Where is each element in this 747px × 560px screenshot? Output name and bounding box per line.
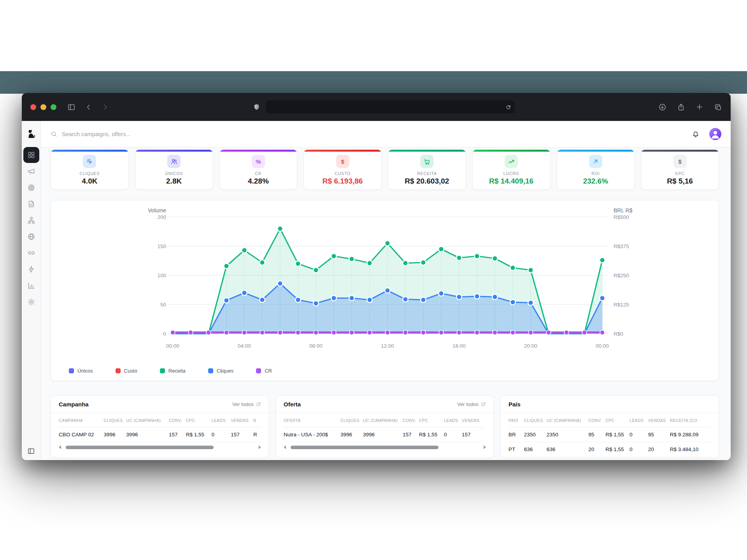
- campanha-ver-todos-link[interactable]: Ver todos: [232, 401, 261, 407]
- column-header: CLIQUES: [524, 413, 547, 427]
- person-icon: [709, 128, 721, 140]
- back-icon[interactable]: [85, 103, 92, 111]
- oferta-card-header: OfertaVer todos: [276, 396, 494, 413]
- legend-item-cliques[interactable]: Cliques: [208, 368, 233, 374]
- notifications-bell-icon[interactable]: [691, 130, 700, 138]
- campanha-card-header: CampanhaVer todos: [51, 396, 269, 413]
- bar-chart-icon: [27, 282, 35, 290]
- kpi-card-cr[interactable]: %CR4.28%: [219, 149, 298, 190]
- kpi-card-epc[interactable]: $EPCR$ 5,16: [641, 149, 719, 190]
- traffic-chart-card: 200R$500150R$375100R$25050R$1250R$0Volum…: [51, 200, 719, 381]
- campanha-horizontal-scrollbar[interactable]: [59, 445, 261, 450]
- column-header: PAÍS: [509, 413, 524, 427]
- sidebar-collapse-icon[interactable]: [27, 447, 35, 455]
- column-header: LEADS: [630, 413, 648, 427]
- table-cell: CBO CAMP 02: [59, 427, 103, 442]
- forward-icon[interactable]: [102, 103, 109, 111]
- oferta-table: OFERTACLIQUESUC (CAMPANHA)CONV.CPCLEADSV…: [284, 413, 484, 442]
- scrollbar-thumb[interactable]: [291, 446, 438, 449]
- scroll-right-arrow[interactable]: [259, 445, 261, 449]
- legend-item-custo[interactable]: Custo: [116, 368, 137, 374]
- table-cell: 95: [588, 427, 605, 442]
- shield-icon[interactable]: [253, 103, 260, 111]
- svg-text:04:00: 04:00: [238, 343, 251, 349]
- sidebar-item-reports[interactable]: [23, 278, 39, 294]
- share-icon[interactable]: [677, 103, 685, 111]
- legend-item-únicos[interactable]: Únicos: [69, 368, 93, 374]
- sidebar-item-links[interactable]: [23, 245, 39, 261]
- external-link-icon: [256, 402, 261, 407]
- svg-text:Volume: Volume: [148, 207, 166, 214]
- legend-chip: [256, 368, 261, 373]
- table-row: Nutra - USA - 200$39963996157R$ 1,550157: [284, 427, 484, 442]
- percent-glyph: %: [252, 155, 265, 168]
- column-header: OFERTA: [284, 413, 340, 427]
- column-header: LEADS: [211, 413, 231, 427]
- kpi-card-roi[interactable]: ROI232.6%: [557, 149, 635, 190]
- table-cell: 157: [169, 427, 186, 442]
- kpi-card-cliques[interactable]: CLIQUES4.0K: [51, 149, 129, 190]
- gear-icon: [27, 298, 35, 306]
- scroll-left-arrow[interactable]: [284, 445, 286, 449]
- svg-text:150: 150: [157, 243, 166, 249]
- download-icon[interactable]: [658, 103, 666, 111]
- kpi-value: 2.8K: [166, 177, 182, 186]
- table-cell: 2350: [524, 427, 547, 442]
- sidebar-item-dashboard[interactable]: [23, 147, 39, 163]
- column-header: CAMPANHA: [59, 413, 103, 427]
- scrollbar-thumb[interactable]: [66, 446, 214, 449]
- table-cell: R$ 1,55: [605, 442, 630, 457]
- table-cell: 157: [403, 427, 419, 442]
- user-avatar[interactable]: [709, 128, 721, 140]
- kpi-value: R$ 14.409,16: [489, 177, 533, 186]
- desktop-background-strip: [0, 71, 747, 94]
- close-window-button[interactable]: [30, 104, 36, 110]
- scrollbar-track[interactable]: [289, 446, 481, 449]
- column-header: VENDAS: [462, 413, 484, 427]
- scroll-left-arrow[interactable]: [59, 445, 61, 449]
- sidebar-item-campaigns[interactable]: [23, 163, 39, 179]
- cursor-click-icon: [83, 155, 96, 168]
- reload-icon[interactable]: [505, 104, 511, 110]
- tab-overview-icon[interactable]: [714, 103, 722, 111]
- kpi-card-receita[interactable]: RECEITAR$ 20.603,02: [388, 149, 466, 190]
- kpi-label: EPC: [675, 171, 685, 176]
- kpi-value: 4.0K: [82, 177, 97, 186]
- scrollbar-track[interactable]: [64, 446, 256, 449]
- url-bar[interactable]: [266, 100, 515, 114]
- sidebar-toggle-icon[interactable]: [67, 103, 75, 111]
- column-header: CPC: [605, 413, 630, 427]
- sidebar-item-settings[interactable]: [23, 294, 39, 310]
- oferta-horizontal-scrollbar[interactable]: [284, 445, 486, 450]
- kpi-value: 232.6%: [583, 177, 608, 186]
- kpi-card-custo[interactable]: $CUSTOR$ 6.193,86: [303, 149, 382, 190]
- sidebar: [22, 121, 41, 460]
- traffic-chart: 200R$500150R$375100R$25050R$1250R$0Volum…: [59, 207, 712, 363]
- kpi-accent-bar: [473, 150, 550, 152]
- zoom-window-button[interactable]: [51, 104, 56, 110]
- sidebar-item-offers[interactable]: [23, 180, 39, 196]
- table-cell: 157: [231, 427, 253, 442]
- legend-label: Receita: [168, 368, 186, 374]
- new-tab-icon[interactable]: [696, 103, 703, 111]
- kpi-card-únicos[interactable]: ÚNICOS2.8K: [135, 149, 213, 190]
- sidebar-item-automation[interactable]: [23, 261, 39, 277]
- app-logo[interactable]: [22, 121, 40, 147]
- sidebar-item-landing-pages[interactable]: [23, 196, 39, 212]
- svg-text:200: 200: [157, 214, 166, 220]
- scroll-right-arrow[interactable]: [484, 445, 486, 449]
- sidebar-item-flows[interactable]: [23, 212, 39, 228]
- search-input[interactable]: [62, 131, 225, 137]
- legend-item-receita[interactable]: Receita: [160, 368, 186, 374]
- pais-table: PAÍSCLIQUESUC (CAMPANHA)CONV.CPCLEADSVEN…: [509, 413, 711, 457]
- svg-text:0: 0: [163, 331, 166, 337]
- sidebar-item-domains[interactable]: [23, 229, 39, 245]
- search-icon: [51, 131, 57, 137]
- legend-label: CR: [265, 368, 272, 374]
- legend-item-cr[interactable]: CR: [256, 368, 272, 374]
- table-cell: 0: [444, 427, 462, 442]
- oferta-ver-todos-link[interactable]: Ver todos: [457, 401, 486, 407]
- kpi-card-lucro[interactable]: LUCROR$ 14.409,16: [472, 149, 551, 190]
- minimize-window-button[interactable]: [40, 104, 46, 110]
- table-cell: R$ 1,55: [605, 427, 630, 442]
